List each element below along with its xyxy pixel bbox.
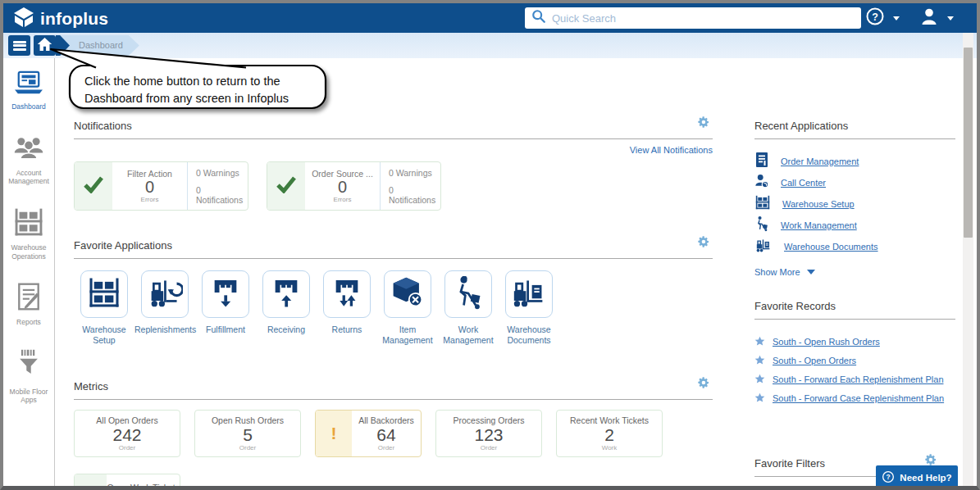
infoplus-logo[interactable]: infoplus (13, 7, 108, 31)
search-icon (531, 9, 546, 27)
check-icon (83, 175, 104, 197)
recent-app-link[interactable]: Warehouse Setup (782, 199, 855, 209)
callout-text: Click the home button to return to the D… (84, 73, 330, 107)
call-center-person-icon (754, 173, 769, 193)
svg-text:?: ? (887, 473, 891, 481)
app-tile-warehouse-setup[interactable] (80, 270, 128, 318)
breadcrumb-current: Dashboard (79, 40, 123, 50)
metric-recent-work-tickets[interactable]: Recent Work Tickets 2 Work (556, 410, 663, 457)
metric-all-backorders[interactable]: ! All Backorders 64 Order (315, 410, 422, 457)
app-tile-item-management[interactable] (384, 270, 431, 318)
favorite-record-row: South - Open Rush Orders (754, 333, 955, 351)
recent-applications-title: Recent Applications (754, 120, 848, 132)
worker-cart-icon (452, 275, 485, 313)
status-panel (75, 474, 107, 490)
invoice-document-icon (754, 152, 769, 171)
forklift-refresh-icon (147, 276, 183, 312)
app-tile-warehouse-documents[interactable] (505, 270, 553, 318)
recent-app-warehouse-documents: Warehouse Documents (754, 236, 955, 257)
sidebar-item-reports[interactable]: Reports (4, 282, 53, 327)
show-more-button[interactable]: Show More (754, 267, 955, 277)
help-dropdown-caret-icon[interactable] (893, 16, 900, 20)
infoplus-logo-icon (13, 7, 34, 31)
check-icon (276, 175, 297, 197)
users-icon (12, 134, 45, 166)
warnings-count: 0 Warnings (389, 168, 440, 178)
favorite-filters-settings-gear-icon[interactable] (924, 453, 937, 466)
app-tile-fulfillment[interactable] (202, 270, 249, 318)
favorite-record-link[interactable]: South - Forward Case Replenishment Plan (773, 393, 944, 403)
app-tile-receiving[interactable] (262, 270, 310, 318)
app-tile-replenishments[interactable] (141, 270, 189, 318)
warehouse-shelves-icon (87, 276, 121, 312)
bin-arrow-up-icon (270, 276, 303, 312)
favorite-filters-title: Favorite Filters (754, 457, 825, 470)
forklift-document-icon (511, 276, 547, 312)
metric-all-open-orders[interactable]: All Open Orders 242 Order (74, 410, 180, 457)
home-icon (37, 37, 52, 55)
sidebar-item-dashboard[interactable]: Dashboard (4, 70, 53, 111)
dashboard-laptop-icon (13, 70, 44, 99)
sidebar-item-mobile-floor-apps[interactable]: Mobile Floor Apps (4, 348, 53, 405)
recent-app-link[interactable]: Order Management (781, 157, 859, 166)
app-tile-returns[interactable] (323, 270, 371, 318)
app-returns: Returns (317, 270, 377, 346)
bin-arrow-down-icon (209, 276, 242, 312)
recent-app-call-center: Call Center (754, 172, 955, 193)
app-window: infoplus ? Dashboard (0, 0, 980, 490)
recent-app-link[interactable]: Warehouse Documents (784, 242, 878, 252)
top-bar: infoplus ? (3, 3, 977, 33)
need-help-button[interactable]: ? Need Help? (876, 465, 958, 490)
user-icon[interactable] (919, 7, 939, 29)
app-tile-work-management[interactable] (444, 270, 492, 318)
recent-applications-section: Recent Applications Order Management Cal… (754, 118, 955, 277)
sidebar-item-account-management[interactable]: Account Management (4, 134, 53, 186)
vertical-scrollbar[interactable] (963, 33, 973, 486)
notifications-settings-gear-icon[interactable] (697, 116, 710, 129)
help-circle-icon: ? (882, 470, 895, 485)
recent-app-link[interactable]: Work Management (781, 220, 857, 230)
notification-card-order-source[interactable]: Order Source ... 0 Errors 0 Warnings 0 N… (267, 161, 441, 211)
quick-search[interactable] (525, 7, 861, 29)
search-input[interactable] (552, 12, 855, 25)
metrics-settings-gear-icon[interactable] (697, 376, 710, 389)
app-fulfillment: Fulfillment (195, 270, 256, 346)
favorite-records-section: Favorite Records South - Open Rush Order… (754, 298, 955, 407)
favorite-applications-title: Favorite Applications (74, 239, 172, 252)
logo-text: infoplus (40, 9, 108, 29)
user-dropdown-caret-icon[interactable] (947, 16, 954, 20)
warehouse-shelves-icon (12, 207, 45, 240)
app-warehouse-documents: Warehouse Documents (499, 270, 559, 346)
recent-app-work-management: Work Management (754, 215, 955, 236)
star-icon (754, 392, 765, 405)
report-document-icon (15, 282, 43, 315)
warning-exclamation-icon: ! (316, 411, 352, 456)
recent-app-link[interactable]: Call Center (781, 178, 826, 188)
notifications-title: Notifications (74, 120, 132, 132)
metric-open-work-tickets-partial[interactable]: Open Work Tickets (74, 474, 180, 490)
metric-processing-orders[interactable]: Processing Orders 123 Order (435, 410, 542, 457)
favorite-record-row: South - Forward Case Replenishment Plan (754, 389, 955, 407)
favorite-record-link[interactable]: South - Open Rush Orders (773, 337, 880, 347)
hamburger-icon (13, 39, 26, 52)
barcode-scanner-icon (15, 348, 43, 384)
favorite-record-link[interactable]: South - Forward Each Replenishment Plan (773, 374, 944, 384)
status-panel (267, 162, 305, 210)
sidebar-item-warehouse-operations[interactable]: Warehouse Operations (4, 207, 53, 261)
view-all-notifications-link[interactable]: View All Notifications (630, 145, 713, 155)
metric-open-rush-orders[interactable]: Open Rush Orders 5 Order (194, 410, 301, 457)
notification-card-filter-action[interactable]: Filter Action 0 Errors 0 Warnings 0 Noti… (74, 161, 248, 211)
home-button[interactable] (34, 35, 56, 56)
app-warehouse-setup: Warehouse Setup (74, 270, 134, 346)
favorite-applications-settings-gear-icon[interactable] (697, 235, 710, 248)
menu-button[interactable] (8, 35, 30, 56)
favorite-record-link[interactable]: South - Open Orders (773, 356, 856, 365)
bin-arrows-updown-icon (330, 276, 363, 312)
help-icon[interactable]: ? (865, 7, 885, 29)
metrics-title: Metrics (74, 380, 108, 392)
app-item-management: Item Management (377, 270, 438, 346)
svg-text:?: ? (872, 11, 878, 23)
chevron-down-icon (807, 270, 815, 274)
scrollbar-thumb[interactable] (964, 48, 973, 238)
app-replenishments: Replenishments (134, 270, 195, 346)
